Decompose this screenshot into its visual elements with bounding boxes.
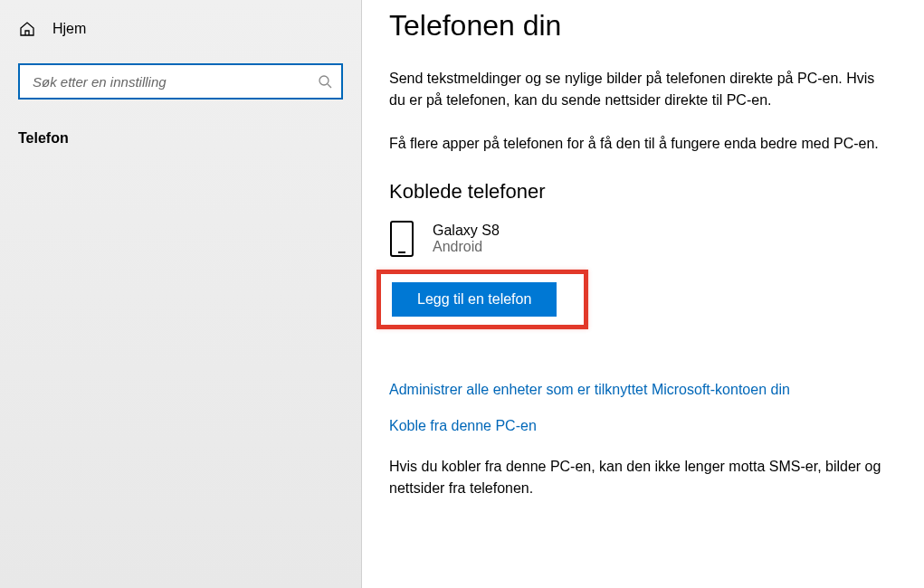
svg-point-0 [319,76,329,85]
sidebar-item-telefon[interactable]: Telefon [0,119,361,157]
manage-devices-link[interactable]: Administrer alle enheter som er tilknytt… [389,382,888,398]
linked-phones-heading: Koblede telefoner [389,180,888,204]
sidebar: Hjem Telefon [0,0,362,588]
unlink-description: Hvis du kobler fra denne PC-en, kan den … [389,456,888,499]
main-content: Telefonen din Send tekstmeldinger og se … [362,0,924,588]
device-row: Galaxy S8 Android [389,220,888,258]
phone-icon [389,220,414,258]
page-title: Telefonen din [389,9,888,43]
search-box[interactable] [18,63,343,100]
search-input[interactable] [33,74,318,90]
home-nav[interactable]: Hjem [0,20,361,63]
intro-paragraph-2: Få flere apper på telefonen for å få den… [389,133,888,155]
sidebar-item-label: Telefon [18,130,69,146]
device-name: Galaxy S8 [433,223,500,239]
device-info: Galaxy S8 Android [433,223,500,255]
intro-paragraph-1: Send tekstmeldinger og se nylige bilder … [389,68,888,111]
svg-rect-2 [391,222,413,256]
unlink-pc-link[interactable]: Koble fra denne PC-en [389,418,888,434]
search-icon [318,74,332,89]
svg-line-1 [328,84,331,88]
home-icon [18,20,36,38]
home-label: Hjem [52,21,86,37]
add-phone-button[interactable]: Legg til en telefon [392,282,557,317]
highlight-box: Legg til en telefon [376,270,588,329]
device-type: Android [433,239,500,255]
